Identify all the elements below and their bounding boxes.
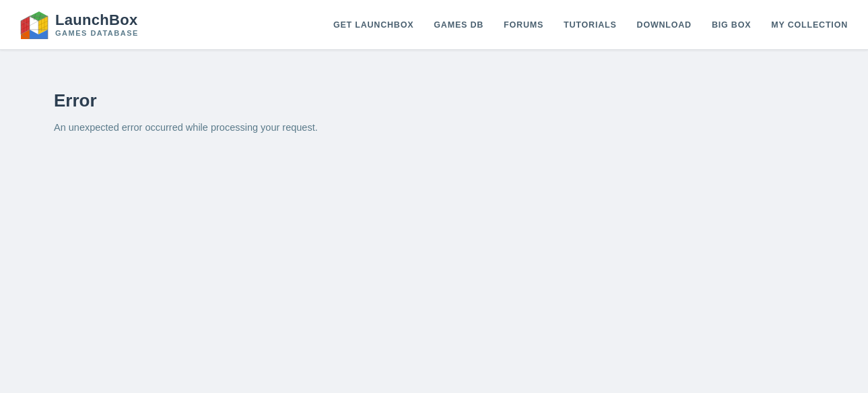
header: LaunchBox GAMES DATABASE GET LAUNCHBOX G…: [0, 0, 868, 50]
nav-item-get-launchbox[interactable]: GET LAUNCHBOX: [333, 20, 413, 30]
main-nav: GET LAUNCHBOX GAMES DB FORUMS TUTORIALS …: [333, 20, 848, 30]
nav-item-games-db[interactable]: GAMES DB: [434, 20, 483, 30]
nav-item-big-box[interactable]: BIG BOX: [712, 20, 751, 30]
error-message: An unexpected error occurred while proce…: [54, 121, 814, 135]
nav-item-my-collection[interactable]: MY COLLECTION: [771, 20, 848, 30]
nav-item-tutorials[interactable]: TUTORIALS: [564, 20, 617, 30]
nav-item-forums[interactable]: FORUMS: [504, 20, 543, 30]
main-content: Error An unexpected error occurred while…: [0, 50, 868, 176]
nav-item-download[interactable]: DOWNLOAD: [637, 20, 692, 30]
logo-subtitle: GAMES DATABASE: [55, 29, 139, 37]
logo-link[interactable]: LaunchBox GAMES DATABASE: [20, 11, 139, 39]
logo-title: LaunchBox: [55, 12, 139, 28]
logo-icon: [20, 11, 48, 39]
error-title: Error: [54, 90, 814, 111]
